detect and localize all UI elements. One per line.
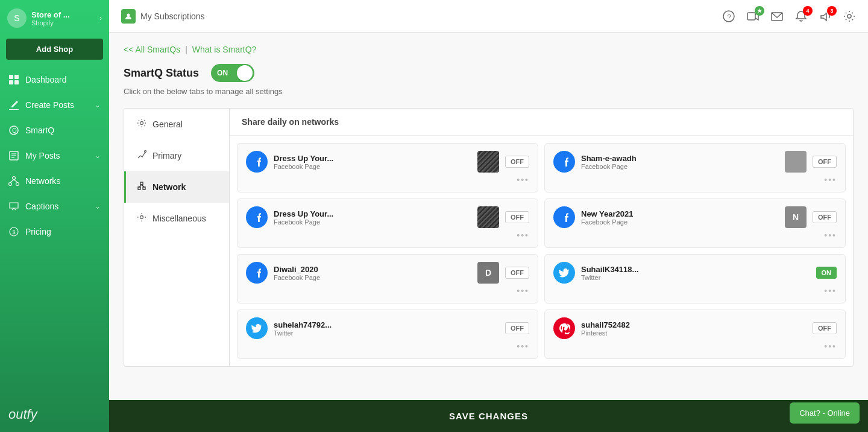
smartq-status-label: SmartQ Status — [124, 67, 199, 80]
network-card-more-icon[interactable]: ••• — [553, 341, 837, 351]
network-toggle-button[interactable]: OFF — [813, 322, 837, 334]
sidebar-item-smartq[interactable]: Q SmartQ — [0, 118, 109, 143]
bell-icon-button[interactable]: 4 — [794, 10, 808, 23]
my-posts-icon — [8, 150, 19, 161]
back-to-smartqs-link[interactable]: << All SmartQs — [124, 45, 180, 54]
network-toggle-button[interactable]: OFF — [505, 267, 529, 279]
svg-point-17 — [127, 13, 130, 16]
tab-network-label: Network — [153, 182, 186, 192]
chat-bubble[interactable]: Chat? - Online — [790, 402, 860, 424]
network-card-type: Pinterest — [581, 329, 807, 337]
network-card-name: Sham-e-awadh — [581, 154, 779, 163]
network-card: Dress Up Your... Facebook Page OFF ••• — [237, 199, 538, 248]
tab-general[interactable]: General — [124, 109, 229, 140]
smartq-toggle[interactable]: ON — [211, 64, 254, 82]
svg-text:?: ? — [728, 13, 731, 20]
card-thumbnail: N — [785, 206, 807, 228]
svg-rect-3 — [14, 80, 19, 84]
network-card-name: suhelah74792... — [274, 320, 499, 329]
card-thumbnail — [477, 151, 499, 173]
sidebar-label-dashboard: Dashboard — [25, 75, 101, 84]
mail-icon-button[interactable] — [770, 10, 784, 23]
network-card-type: Facebook Page — [274, 163, 471, 170]
facebook-icon — [553, 206, 575, 228]
networks-icon — [8, 176, 19, 186]
tabs-column: General Primary Network — [124, 109, 230, 366]
network-card-more-icon[interactable]: ••• — [246, 175, 529, 185]
network-card-more-icon[interactable]: ••• — [553, 230, 837, 240]
sidebar-item-networks[interactable]: Networks — [0, 168, 109, 194]
what-is-smartq-link[interactable]: What is SmartQ? — [192, 45, 257, 54]
network-card-top: SuhailK34118... Twitter ON — [553, 262, 837, 284]
svg-point-10 — [13, 177, 16, 180]
network-card-info: suhelah74792... Twitter — [274, 320, 499, 337]
sidebar-item-my-posts[interactable]: My Posts ⌄ — [0, 143, 109, 168]
topbar: My Subscriptions ? ★ 4 3 — [109, 0, 868, 33]
network-toggle-button[interactable]: OFF — [505, 322, 529, 334]
save-changes-bar[interactable]: SAVE CHANGES — [109, 400, 868, 432]
sidebar-label-smartq: SmartQ — [25, 125, 101, 135]
my-posts-chevron-icon: ⌄ — [95, 151, 101, 160]
network-toggle-button[interactable]: OFF — [505, 211, 529, 223]
network-panel: Share daily on networks Dress Up Your...… — [230, 109, 853, 366]
bell-badge: 4 — [803, 6, 813, 16]
sidebar-item-create-posts[interactable]: Create Posts ⌄ — [0, 92, 109, 118]
network-card: suhelah74792... Twitter OFF ••• — [237, 310, 538, 359]
network-card-info: Dress Up Your... Facebook Page — [274, 209, 471, 226]
add-shop-button[interactable]: Add Shop — [6, 39, 103, 60]
network-card-info: New Year2021 Facebook Page — [581, 209, 779, 226]
twitter-icon — [246, 317, 268, 339]
network-toggle-button[interactable]: OFF — [505, 156, 529, 168]
subscriptions-nav[interactable]: My Subscriptions — [121, 9, 205, 24]
network-toggle-button[interactable]: OFF — [813, 211, 837, 223]
store-name: Store of ... — [31, 10, 95, 19]
svg-rect-20 — [747, 13, 755, 20]
sidebar-item-captions[interactable]: Captions ⌄ — [0, 194, 109, 219]
network-card-more-icon[interactable]: ••• — [246, 341, 529, 351]
general-tab-icon — [137, 118, 146, 130]
sidebar-label-captions: Captions — [25, 202, 89, 211]
network-card-more-icon[interactable]: ••• — [553, 175, 837, 185]
network-toggle-button[interactable]: ON — [816, 267, 837, 279]
svg-point-24 — [145, 151, 146, 153]
network-card-more-icon[interactable]: ••• — [246, 230, 529, 240]
svg-point-12 — [16, 183, 19, 186]
store-info[interactable]: S Store of ... Shopify › — [0, 0, 109, 36]
create-posts-icon — [8, 100, 19, 110]
twitter-icon — [553, 262, 575, 284]
network-card-more-icon[interactable]: ••• — [246, 286, 529, 296]
video-icon-button[interactable]: ★ — [746, 10, 760, 23]
tab-primary[interactable]: Primary — [124, 140, 229, 171]
sidebar: S Store of ... Shopify › Add Shop Dashbo… — [0, 0, 109, 432]
network-card-info: suhail752482 Pinterest — [581, 320, 807, 337]
network-card-type: Facebook Page — [581, 163, 779, 170]
network-card-info: Diwali_2020 Facebook Page — [274, 265, 471, 281]
network-toggle-button[interactable]: OFF — [813, 156, 837, 168]
network-card-name: Dress Up Your... — [274, 154, 471, 163]
svg-rect-1 — [14, 75, 19, 79]
help-icon-button[interactable]: ? — [722, 10, 735, 23]
announce-icon-button[interactable]: 3 — [819, 10, 832, 23]
tab-miscellaneous[interactable]: Miscellaneous — [124, 203, 229, 234]
network-card: New Year2021 Facebook Page N OFF ••• — [544, 199, 846, 248]
captions-chevron-icon: ⌄ — [95, 202, 101, 211]
page-content: << All SmartQs | What is SmartQ? SmartQ … — [109, 33, 868, 400]
network-card-top: Dress Up Your... Facebook Page OFF — [246, 151, 529, 173]
network-card-more-icon[interactable]: ••• — [553, 286, 837, 296]
svg-rect-2 — [9, 80, 13, 84]
tab-general-label: General — [153, 119, 183, 129]
main-content: My Subscriptions ? ★ 4 3 — [109, 0, 868, 432]
network-card: Diwali_2020 Facebook Page D OFF ••• — [237, 254, 538, 303]
settings-icon-button[interactable] — [843, 10, 856, 23]
facebook-icon — [246, 206, 268, 228]
sidebar-item-pricing[interactable]: $ Pricing — [0, 219, 109, 244]
smartq-status-row: SmartQ Status ON — [124, 64, 854, 82]
topbar-icons: ? ★ 4 3 — [722, 10, 856, 23]
settings-panel: General Primary Network — [124, 108, 854, 367]
network-card-name: Dress Up Your... — [274, 209, 471, 218]
sidebar-label-my-posts: My Posts — [25, 151, 89, 160]
sidebar-item-dashboard[interactable]: Dashboard — [0, 67, 109, 92]
network-card-top: suhail752482 Pinterest OFF — [553, 317, 837, 339]
network-card-name: SuhailK34118... — [581, 265, 810, 274]
tab-network[interactable]: Network — [124, 171, 229, 203]
